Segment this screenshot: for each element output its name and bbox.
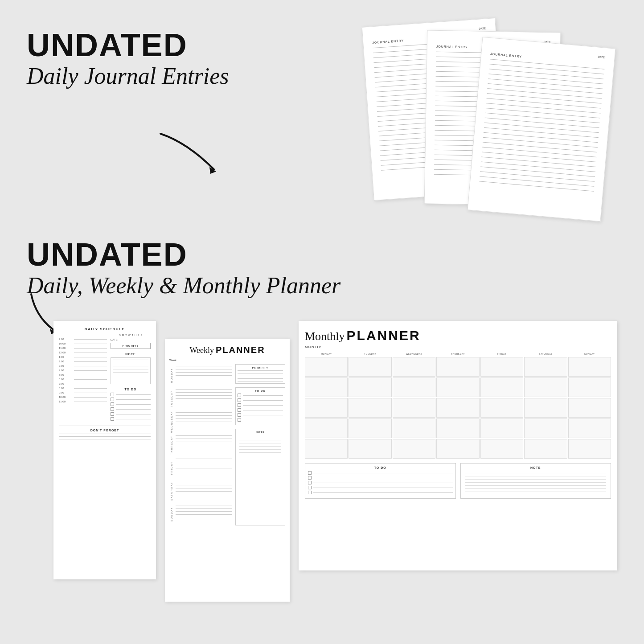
top-text-block: UNDATED Daily Journal Entries bbox=[27, 27, 229, 89]
daily-title: DAILY SCHEDULE bbox=[59, 327, 151, 331]
day-tuesday: TUESDAY bbox=[169, 387, 232, 410]
weekly-todo-box: TO DO bbox=[235, 387, 285, 425]
dont-forget-title: DON'T FORGET bbox=[59, 429, 151, 432]
dont-forget-lines bbox=[59, 434, 151, 439]
note-title: NOTE bbox=[111, 353, 151, 356]
monthly-todo-label: TO DO bbox=[308, 466, 453, 469]
calendar-grid bbox=[305, 357, 611, 459]
arrow-to-journal bbox=[152, 129, 223, 183]
monthly-bottom-section: TO DO NOTE bbox=[305, 463, 611, 499]
day-wednesday: WEDNESDAY bbox=[169, 410, 232, 433]
planner-pages-container: DAILY SCHEDULE 9:00 10:00 11:00 12:00 1:… bbox=[53, 321, 617, 617]
weekly-header: Weekly PLANNER bbox=[169, 345, 285, 355]
weekly-note-label: NOTE bbox=[238, 431, 283, 434]
monthly-script-title: Monthly bbox=[305, 330, 345, 343]
journal-pages-container: DATE: JOURNAL ENTRY bbox=[368, 18, 617, 223]
daily-schedule-page: DAILY SCHEDULE 9:00 10:00 11:00 12:00 1:… bbox=[53, 321, 156, 579]
calendar-header: MONDAY TUESDAY WEDNESDAY THURSDAY FRIDAY… bbox=[305, 353, 611, 355]
weekly-todo-items bbox=[238, 394, 283, 422]
weekly-script-title: Weekly bbox=[189, 346, 214, 355]
priority-box: PRIORITY bbox=[111, 343, 151, 349]
daily-right-col: S M T W T H F S DATE: PRIORITY NOTE bbox=[111, 334, 151, 422]
day-label-monday: MONDAY bbox=[169, 364, 174, 386]
monthly-bold-title: PLANNER bbox=[347, 328, 421, 343]
journal-lines-front bbox=[479, 59, 604, 191]
priority-label: PRIORITY bbox=[112, 345, 149, 347]
smtw-row: S M T W T H F S bbox=[111, 334, 151, 336]
weekly-planner-page: Weekly PLANNER Week: MONDAY TUESDAY bbox=[165, 339, 290, 602]
note-area bbox=[111, 357, 151, 384]
monthly-note-label: NOTE bbox=[464, 466, 608, 469]
monthly-todo-box: TO DO bbox=[305, 463, 456, 499]
monthly-title-row: Monthly PLANNER bbox=[305, 328, 611, 343]
daily-date-label: DATE: bbox=[111, 338, 151, 341]
day-sunday: SUNDAY bbox=[169, 503, 232, 525]
week-label: Week: bbox=[169, 359, 177, 361]
weekly-content: MONDAY TUESDAY bbox=[169, 364, 285, 525]
undated-heading-bottom: UNDATED bbox=[27, 236, 340, 273]
day-friday: FRIDAY bbox=[169, 457, 232, 479]
monthly-month-label: MONTH: bbox=[305, 345, 611, 349]
day-thursday: THURSDAY bbox=[169, 434, 232, 456]
subtitle-top: Daily Journal Entries bbox=[27, 63, 229, 89]
todo-title: TO DO bbox=[111, 388, 151, 391]
daily-top-line bbox=[59, 334, 107, 334]
dont-forget-section: DON'T FORGET bbox=[59, 426, 151, 439]
day-monday: MONDAY bbox=[169, 364, 232, 386]
weekly-priority-label: PRIORITY bbox=[238, 366, 283, 369]
weekly-right-column: PRIORITY TO DO bbox=[235, 364, 285, 525]
subtitle-bottom: Daily, Weekly & Monthly Planner bbox=[27, 273, 340, 298]
weekly-priority-box: PRIORITY bbox=[235, 364, 285, 384]
daily-left-col: 9:00 10:00 11:00 12:00 1:00 2:00 3:00 4:… bbox=[59, 334, 107, 422]
daily-two-col: 9:00 10:00 11:00 12:00 1:00 2:00 3:00 4:… bbox=[59, 334, 151, 422]
monthly-planner-page: Monthly PLANNER MONTH: MONDAY TUESDAY WE… bbox=[299, 321, 617, 570]
bottom-text-block: UNDATED Daily, Weekly & Monthly Planner bbox=[27, 236, 340, 298]
todo-list bbox=[111, 393, 151, 421]
days-column: MONDAY TUESDAY bbox=[169, 364, 232, 525]
day-saturday: SATURDAY bbox=[169, 480, 232, 502]
journal-page-front: DATE: JOURNAL ENTRY bbox=[468, 37, 616, 222]
weekly-todo-label: TO DO bbox=[238, 390, 283, 392]
weekly-note-box: NOTE bbox=[235, 429, 285, 525]
undated-heading-top: UNDATED bbox=[27, 27, 229, 63]
weekly-bold-title: PLANNER bbox=[216, 345, 265, 355]
monthly-note-box: NOTE bbox=[460, 463, 611, 499]
weekly-week-row: Week: bbox=[169, 359, 285, 361]
